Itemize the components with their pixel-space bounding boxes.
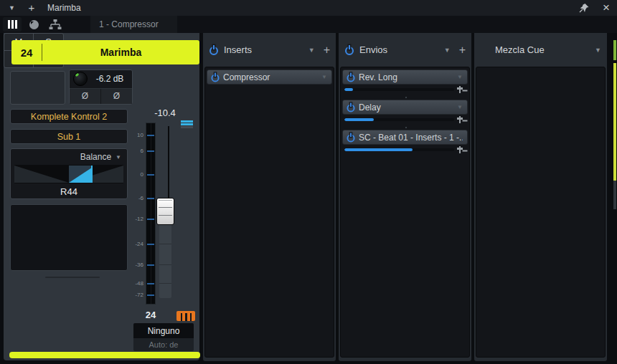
send-level-row <box>342 115 468 125</box>
fader-handle[interactable] <box>156 198 174 225</box>
send-name: SC - Beat 01 - Inserts - 1 -..o EQ <box>359 133 463 143</box>
sends-dropdown-icon[interactable]: ▼ <box>444 47 451 54</box>
adjacent-channel-sliver <box>607 33 617 364</box>
send-level-slider[interactable] <box>344 118 454 121</box>
send-item[interactable]: SC - Beat 01 - Inserts - 1 -..o EQ <box>342 130 468 145</box>
level-meter <box>146 123 156 305</box>
sends-add-icon[interactable]: + <box>459 46 466 54</box>
instrument-button[interactable]: Komplete Kontrol 2 <box>10 109 128 124</box>
adjacent-meter-segment <box>613 40 616 60</box>
gain-knob[interactable] <box>73 72 88 86</box>
routing-view-button[interactable] <box>46 17 65 32</box>
pin-icon[interactable] <box>578 3 590 13</box>
titlebar: ▼ + Marimba × <box>0 0 617 16</box>
send-item[interactable]: Rev. Long ▼ <box>342 70 468 85</box>
pan-position-indicator <box>69 166 93 183</box>
send-prepost-icon[interactable] <box>457 85 466 94</box>
insert-item[interactable]: Compressor ▼ <box>207 70 332 85</box>
pan-slider[interactable] <box>14 165 123 183</box>
meter-tick <box>147 135 154 136</box>
cue-dropdown-icon[interactable]: ▼ <box>595 47 601 54</box>
phase-invert-right-button[interactable]: Ø <box>100 89 132 104</box>
scale-label: -24 <box>125 241 143 247</box>
channel-number-bottom: 24 <box>135 310 166 320</box>
inserts-list: Compressor ▼ <box>204 67 334 358</box>
meter-tick <box>147 219 154 220</box>
send-slot: SC - Beat 01 - Inserts - 1 -..o EQ <box>342 130 468 155</box>
channel-thumbnail[interactable] <box>10 71 65 105</box>
inserts-header: Inserts ▼ + <box>203 33 336 67</box>
notes-box[interactable] <box>10 204 128 271</box>
adjacent-color-segment <box>613 63 616 181</box>
meter-tick <box>147 283 154 284</box>
send-slot: Rev. Long ▼ <box>342 70 468 100</box>
fader-value[interactable]: -10.4 <box>136 107 194 118</box>
send-prepost-icon[interactable] <box>457 145 466 154</box>
channel-color-bar[interactable] <box>9 352 200 358</box>
send-item[interactable]: Delay ▼ <box>342 100 468 115</box>
send-level-fill <box>344 88 353 91</box>
pan-mode-row[interactable]: Balance ▼ <box>11 149 127 165</box>
meter-tick <box>147 264 154 266</box>
output-button[interactable]: Sub 1 <box>10 129 128 144</box>
send-name: Delay <box>359 102 453 112</box>
send-slot: Delay ▼ <box>342 100 468 130</box>
gain-panel: -6.2 dB Ø Ø <box>69 70 133 105</box>
pan-mode-label: Balance <box>80 152 111 162</box>
send-power-icon[interactable] <box>347 73 354 81</box>
window-title: Marimba <box>47 3 81 13</box>
inserts-power-icon[interactable] <box>209 46 218 54</box>
inserts-dropdown-icon[interactable]: ▼ <box>308 47 315 54</box>
send-separator <box>342 125 468 130</box>
input-select[interactable]: Ninguno <box>133 323 194 338</box>
channel-strip: 24 Marimba -6.2 dB Ø Ø M S ● ◑ <box>4 33 199 360</box>
send-name: Rev. Long <box>359 72 453 82</box>
gain-value[interactable]: -6.2 dB <box>88 74 132 84</box>
send-level-fill <box>344 118 374 121</box>
send-power-icon[interactable] <box>347 133 354 141</box>
scale-label: -12 <box>125 216 143 222</box>
layers-icon[interactable] <box>181 120 193 129</box>
meter-tick <box>147 294 154 296</box>
channel-header[interactable]: 24 Marimba <box>11 40 199 64</box>
channel-strip-view-button[interactable] <box>3 17 22 32</box>
close-icon[interactable]: × <box>603 3 610 13</box>
inserts-panel: Inserts ▼ + Compressor ▼ <box>203 33 336 361</box>
instrument-keyboard-icon[interactable] <box>176 311 195 321</box>
add-tab-icon[interactable]: + <box>26 3 37 13</box>
channel-name[interactable]: Marimba <box>42 47 199 58</box>
scale-label: -48 <box>125 280 143 287</box>
send-level-slider[interactable] <box>344 88 454 91</box>
send-power-icon[interactable] <box>347 103 354 111</box>
pan-panel: Balance ▼ R44 <box>10 148 128 199</box>
send-dropdown-icon[interactable]: ▼ <box>457 74 463 80</box>
send-dropdown-icon[interactable]: ▼ <box>457 104 463 110</box>
gain-row: -6.2 dB <box>70 70 132 89</box>
insert-dropdown-icon[interactable]: ▼ <box>321 74 327 80</box>
insert-power-icon[interactable] <box>211 73 219 81</box>
cue-mix-list <box>476 67 606 358</box>
automation-mode[interactable]: Auto: de <box>133 338 194 351</box>
inserts-add-icon[interactable]: + <box>324 46 330 54</box>
cue-mix-panel: Mezcla Cue ▼ <box>474 33 607 361</box>
cue-mix-title: Mezcla Cue <box>495 44 589 55</box>
sends-power-icon[interactable] <box>345 46 354 54</box>
channel-number: 24 <box>11 47 42 59</box>
notes-divider <box>45 277 100 278</box>
pan-value[interactable]: R44 <box>11 183 127 199</box>
inserts-title: Inserts <box>224 44 303 55</box>
phase-invert-left-button[interactable]: Ø <box>70 89 100 104</box>
collapse-arrow-icon[interactable]: ▼ <box>9 4 19 11</box>
controls-view-button[interactable] <box>24 17 43 32</box>
sends-list: Rev. Long ▼ <box>340 67 470 358</box>
toolbar: 1 - Compressor <box>0 16 617 33</box>
scale-label: -6 <box>125 195 143 201</box>
send-prepost-icon[interactable] <box>457 115 466 124</box>
meter-tick <box>147 198 154 199</box>
send-level-slider[interactable] <box>344 148 454 151</box>
pan-left-wedge <box>14 166 69 183</box>
editor-tab[interactable]: 1 - Compressor <box>90 16 177 33</box>
meter-tick <box>147 244 154 245</box>
sends-panel: Envios ▼ + Rev. Long ▼ <box>339 33 471 361</box>
pan-mode-dropdown-icon[interactable]: ▼ <box>116 154 121 161</box>
